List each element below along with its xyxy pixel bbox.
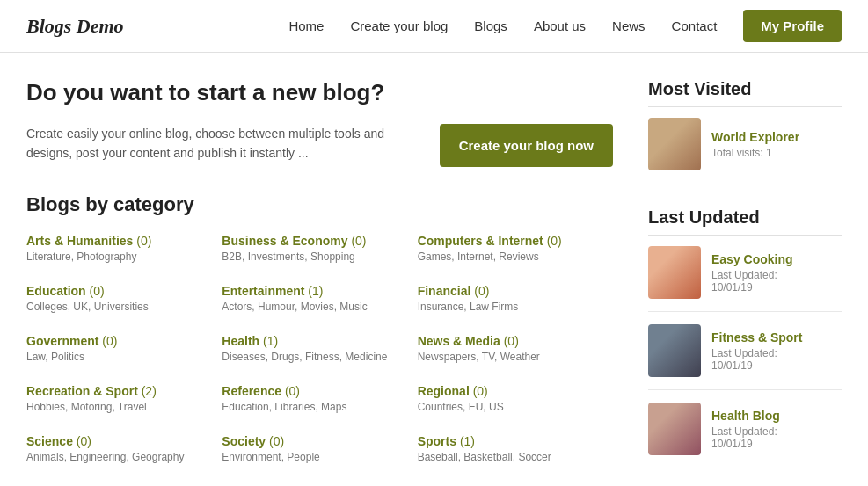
category-item: Recreation & Sport (2) Hobbies, Motoring…	[26, 384, 222, 413]
card-last-updated: Last Updated:10/01/19	[711, 347, 802, 372]
category-item: Reference (0) Education, Libraries, Maps	[222, 384, 417, 413]
category-link[interactable]: Financial (0)	[418, 284, 604, 298]
category-sub: Literature, Photography	[26, 250, 213, 263]
category-link[interactable]: Recreation & Sport (2)	[26, 384, 213, 398]
category-item: Financial (0) Insurance, Law Firms	[418, 284, 613, 313]
content-area: Do you want to start a new blog? Create …	[26, 79, 613, 486]
blogs-section-title: Blogs by category	[26, 193, 613, 216]
category-link[interactable]: Education (0)	[26, 284, 213, 298]
nav-home[interactable]: Home	[288, 18, 324, 33]
blog-name-link[interactable]: Health Blog	[711, 409, 780, 423]
category-item: Regional (0) Countries, EU, US	[418, 384, 613, 413]
category-link[interactable]: Government (0)	[26, 334, 213, 348]
blog-name-link[interactable]: World Explorer	[711, 130, 799, 144]
categories-grid: Arts & Humanities (0) Literature, Photog…	[26, 234, 613, 484]
category-sub: Environment, People	[222, 451, 408, 463]
nav-news[interactable]: News	[612, 18, 646, 33]
blog-name-link[interactable]: Easy Cooking	[711, 252, 793, 266]
category-item: Science (0) Animals, Engineering, Geogra…	[26, 434, 222, 463]
category-item: News & Media (0) Newspapers, TV, Weather	[418, 334, 613, 363]
card-last-updated: Last Updated:10/01/19	[711, 269, 793, 294]
category-sub: Law, Politics	[26, 351, 213, 363]
thumbnail	[648, 324, 701, 377]
category-link[interactable]: Regional (0)	[418, 384, 604, 398]
last-updated-title: Last Updated	[648, 207, 842, 236]
category-link[interactable]: Business & Economy (0)	[222, 234, 408, 248]
nav-blogs[interactable]: Blogs	[474, 18, 507, 33]
last-updated-card: Easy Cooking Last Updated:10/01/19	[648, 246, 842, 312]
last-updated-section: Last Updated Easy Cooking Last Updated:1…	[648, 207, 842, 468]
category-sub: Education, Libraries, Maps	[222, 401, 408, 413]
category-link[interactable]: Health (1)	[222, 334, 408, 348]
nav-contact[interactable]: Contact	[672, 18, 718, 33]
category-item: Arts & Humanities (0) Literature, Photog…	[26, 234, 222, 263]
category-item: Education (0) Colleges, UK, Universities	[26, 284, 222, 313]
category-link[interactable]: Arts & Humanities (0)	[26, 234, 213, 248]
category-link[interactable]: Reference (0)	[222, 384, 408, 398]
card-last-updated: Last Updated:10/01/19	[711, 425, 780, 450]
category-item: Government (0) Law, Politics	[26, 334, 222, 363]
category-sub: Baseball, Basketball, Soccer	[418, 451, 604, 463]
category-sub: B2B, Investments, Shopping	[222, 250, 408, 263]
category-item: Computers & Internet (0) Games, Internet…	[418, 234, 613, 263]
category-sub: Diseases, Drugs, Fitness, Medicine	[222, 351, 408, 363]
category-link[interactable]: Sports (1)	[418, 434, 604, 448]
category-link[interactable]: Computers & Internet (0)	[418, 234, 604, 248]
category-sub: Actors, Humour, Movies, Music	[222, 301, 408, 313]
category-sub: Newspapers, TV, Weather	[418, 351, 604, 363]
last-updated-card: Fitness & Sport Last Updated:10/01/19	[648, 324, 842, 390]
card-info: Health Blog Last Updated:10/01/19	[711, 409, 780, 450]
category-item: Society (0) Environment, People	[222, 434, 417, 463]
nav-links: Home Create your blog Blogs About us New…	[288, 18, 717, 33]
blog-name-link[interactable]: Fitness & Sport	[711, 330, 802, 345]
category-item: Entertainment (1) Actors, Humour, Movies…	[222, 284, 417, 313]
nav-about[interactable]: About us	[534, 18, 586, 33]
card-info: Fitness & Sport Last Updated:10/01/19	[711, 330, 802, 372]
hero-title: Do you want to start a new blog?	[26, 79, 613, 106]
card-info: Easy Cooking Last Updated:10/01/19	[711, 252, 793, 294]
site-logo[interactable]: Blogs Demo	[26, 15, 124, 38]
card-info: World Explorer Total visits: 1	[711, 130, 799, 159]
category-sub: Animals, Engineering, Geography	[26, 451, 213, 463]
category-item: Business & Economy (0) B2B, Investments,…	[222, 234, 417, 263]
most-visited-section: Most Visited World Explorer Total visits…	[648, 79, 842, 183]
category-sub: Hobbies, Motoring, Travel	[26, 401, 213, 413]
most-visited-card: World Explorer Total visits: 1	[648, 118, 842, 183]
sidebar: Most Visited World Explorer Total visits…	[648, 79, 842, 486]
category-link[interactable]: News & Media (0)	[418, 334, 604, 348]
category-sub: Games, Internet, Reviews	[418, 250, 604, 263]
card-visits: Total visits: 1	[711, 147, 799, 159]
create-blog-button[interactable]: Create your blog now	[440, 124, 613, 167]
category-item: Health (1) Diseases, Drugs, Fitness, Med…	[222, 334, 417, 363]
nav-create-blog[interactable]: Create your blog	[350, 18, 448, 33]
hero-body: Create easily your online blog, choose b…	[26, 124, 613, 167]
category-link[interactable]: Science (0)	[26, 434, 213, 448]
category-sub: Countries, EU, US	[418, 401, 604, 413]
thumbnail	[648, 246, 701, 299]
hero-text: Create easily your online blog, choose b…	[26, 124, 422, 163]
most-visited-title: Most Visited	[648, 79, 842, 107]
last-updated-card: Health Blog Last Updated:10/01/19	[648, 403, 842, 468]
category-sub: Colleges, UK, Universities	[26, 301, 213, 313]
thumbnail	[648, 118, 701, 170]
thumbnail	[648, 403, 701, 455]
profile-button[interactable]: My Profile	[743, 10, 842, 42]
main-layout: Do you want to start a new blog? Create …	[0, 53, 868, 486]
category-item: Sports (1) Baseball, Basketball, Soccer	[418, 434, 613, 463]
navbar: Blogs Demo Home Create your blog Blogs A…	[0, 0, 868, 53]
category-link[interactable]: Entertainment (1)	[222, 284, 408, 298]
category-sub: Insurance, Law Firms	[418, 301, 604, 313]
category-link[interactable]: Society (0)	[222, 434, 408, 448]
